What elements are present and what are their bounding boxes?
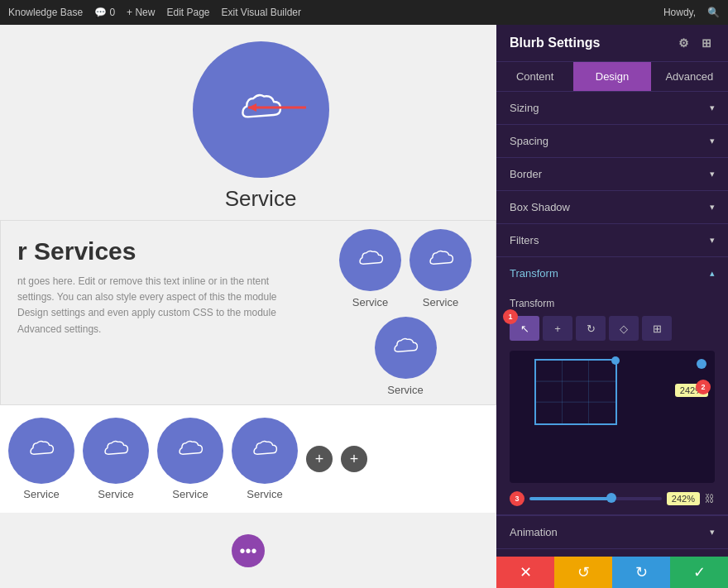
floating-menu-button[interactable]: ••• (232, 534, 265, 567)
transform-corner-handle[interactable] (697, 359, 706, 369)
panel-tabs: Content Design Advanced (496, 62, 728, 92)
tab-advanced[interactable]: Advanced (651, 62, 728, 91)
transform-scale-tool[interactable]: ⊞ (642, 316, 672, 341)
services-row-bottom: Service (315, 317, 496, 396)
transform-section: Transform ▴ Transform ↖ 1 + ↻ (496, 257, 728, 515)
transform-skew-tool[interactable]: ◇ (609, 316, 639, 341)
tool-badge-1: 1 (503, 309, 518, 324)
rotate-icon: ↻ (587, 323, 596, 335)
border-chevron: ▾ (710, 169, 715, 179)
slider-link-icon[interactable]: ⛓ (705, 493, 715, 504)
add-column-button[interactable]: + (306, 446, 333, 472)
blurb-circle-lg (157, 418, 223, 484)
filters-section: Filters ▾ (496, 224, 728, 257)
services-row-top: Service Service (315, 229, 496, 308)
transform-sublabel: Transform (510, 298, 715, 309)
bottom-blurb[interactable]: Service (83, 418, 149, 500)
refresh-button[interactable]: ↻ (612, 557, 670, 588)
main-layout: Service r Services nt goes here. Edit or… (0, 25, 728, 588)
sizing-section: Sizing ▾ (496, 92, 728, 125)
transform-move-tool[interactable]: ↖ 1 (510, 316, 539, 341)
nav-exit-builder[interactable]: Exit Visual Builder (222, 7, 302, 18)
transform-rotate-tool[interactable]: ↻ (576, 316, 606, 341)
spacing-section: Spacing ▾ (496, 125, 728, 158)
blurb-circle-lg (232, 418, 298, 484)
cloud-icon-sm (26, 439, 56, 462)
cloud-icon-sm (390, 337, 420, 360)
scale-icon: ⊞ (653, 323, 662, 335)
cloud-icon-sm (175, 439, 205, 462)
badge-3: 3 (510, 491, 524, 506)
sizing-section-header[interactable]: Sizing ▾ (496, 92, 728, 124)
transform-section-header[interactable]: Transform ▴ (496, 257, 728, 289)
services-grid: Service Service (315, 229, 496, 396)
transform-grid (536, 361, 615, 423)
spacing-section-header[interactable]: Spacing ▾ (496, 125, 728, 157)
border-section: Border ▾ (496, 158, 728, 191)
bottom-action-bar: ✕ ↺ ↻ ✓ (496, 557, 728, 588)
transform-box[interactable] (534, 359, 617, 425)
filters-chevron: ▾ (710, 235, 715, 246)
blurb-item[interactable]: Service (375, 317, 437, 396)
arrow-indicator (240, 95, 306, 126)
bottom-blurb[interactable]: Service (232, 418, 298, 500)
move-icon: ↖ (520, 323, 529, 335)
animation-chevron: ▾ (710, 527, 715, 538)
services-section: r Services nt goes here. Edit or remove … (0, 220, 496, 405)
blurb-circle (410, 229, 472, 291)
blurb-label: Service (352, 296, 388, 308)
box-shadow-section: Box Shadow ▾ (496, 191, 728, 224)
animation-label: Animation (510, 526, 558, 538)
bottom-label: Service (247, 488, 282, 500)
filters-section-header[interactable]: Filters ▾ (496, 224, 728, 256)
cloud-icon-sm (101, 439, 131, 462)
cloud-icon-sm (426, 249, 456, 272)
panel-header: Blurb Settings ⚙ ⊞ (496, 25, 728, 62)
border-label: Border (510, 168, 542, 180)
slider-value-label: 242% (667, 492, 700, 505)
tab-design[interactable]: Design (573, 62, 650, 91)
panel-title: Blurb Settings (510, 36, 600, 50)
cancel-button[interactable]: ✕ (496, 557, 554, 588)
transform-content: Transform ↖ 1 + ↻ ◇ (496, 289, 728, 514)
blurb-circle (375, 317, 437, 379)
box-shadow-label: Box Shadow (510, 201, 570, 213)
tab-content[interactable]: Content (496, 62, 573, 91)
search-icon[interactable]: 🔍 (707, 7, 720, 18)
nav-new[interactable]: + New (127, 7, 155, 18)
skew-icon: ◇ (620, 323, 628, 335)
panel-header-icons: ⚙ ⊞ (675, 35, 715, 51)
transform-slider[interactable] (529, 497, 662, 500)
border-section-header[interactable]: Border ▾ (496, 158, 728, 190)
howdy-text: Howdy, (663, 7, 696, 18)
box-shadow-chevron: ▾ (710, 202, 715, 213)
canvas-area: Service r Services nt goes here. Edit or… (0, 25, 496, 588)
box-shadow-section-header[interactable]: Box Shadow ▾ (496, 191, 728, 223)
badge-2: 2 (696, 380, 711, 394)
save-button[interactable]: ✓ (670, 557, 728, 588)
blurb-item[interactable]: Service (410, 229, 472, 308)
transform-add-tool[interactable]: + (543, 316, 572, 341)
blurb-circle-lg (83, 418, 149, 484)
slider-fill (529, 497, 609, 500)
nav-edit-page[interactable]: Edit Page (166, 7, 209, 18)
bottom-blurb[interactable]: Service (8, 418, 74, 500)
add-row-button[interactable]: + (341, 446, 367, 472)
slider-thumb[interactable] (606, 493, 616, 503)
nav-comments[interactable]: 💬 0 (94, 7, 115, 18)
panel-expand-icon[interactable]: ⊞ (698, 35, 715, 51)
filters-label: Filters (510, 234, 539, 246)
bottom-label: Service (172, 488, 208, 500)
blurb-settings-panel: Blurb Settings ⚙ ⊞ Content Design Advanc… (496, 25, 728, 588)
services-heading: r Services (17, 237, 299, 265)
reset-button[interactable]: ↺ (554, 557, 612, 588)
nav-knowledge-base[interactable]: Knowledge Base (8, 7, 83, 18)
blurb-item[interactable]: Service (339, 229, 401, 308)
animation-section-header[interactable]: Animation ▾ (496, 515, 728, 548)
cloud-icon-sm (250, 439, 280, 462)
cloud-icon-sm (356, 249, 386, 272)
panel-settings-icon[interactable]: ⚙ (675, 35, 692, 51)
bottom-blurb[interactable]: Service (157, 418, 223, 500)
blurb-circle (339, 229, 401, 291)
bottom-services-row: Service Service Service (0, 405, 496, 513)
